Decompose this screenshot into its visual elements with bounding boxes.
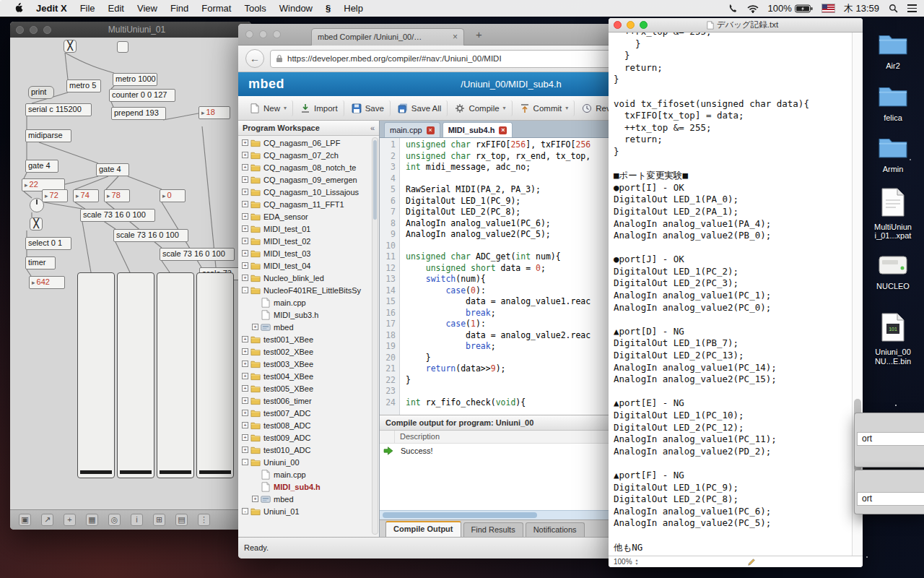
max-box-0[interactable]: ▸0 [160,189,186,202]
max-box-scale-73-16-0-100[interactable]: scale 73 16 0 100 [160,248,235,261]
new-object-icon[interactable]: + [64,514,76,526]
text-line-14[interactable]: ●port[I] - OK [614,182,852,194]
max-box-slider-1[interactable] [77,272,115,478]
tree-expander[interactable]: + [242,152,248,158]
max-box-prepend-193[interactable]: prepend 193 [111,107,166,120]
tree-expander[interactable]: + [242,275,248,281]
browser-tab[interactable]: mbed Compiler /Uniuni_00/… × [311,28,464,46]
textedit-window-controls[interactable] [614,21,648,29]
tree-expander[interactable]: + [242,397,248,404]
tree-expander[interactable]: - [242,508,248,514]
add-icon[interactable]: ⊞ [153,514,165,526]
text-line-34[interactable]: DigitalOut LED_2(PC_12); [614,422,852,434]
tree-item-test009-adc[interactable]: +test009_ADC [238,431,379,444]
minimize-button[interactable] [259,30,267,38]
menu-view[interactable]: View [131,3,164,14]
new-tab-button[interactable]: + [471,28,487,40]
tree-expander[interactable]: + [242,373,248,379]
text-line-29[interactable]: AnalogIn analog_value1(PC_14); [614,362,852,374]
tree-item-test003-xbee[interactable]: +test003_XBee [238,358,379,370]
desktop-icon-multiuniun-i-01-xpat[interactable]: MultiUniuni_01...xpat [864,187,922,241]
text-line-6[interactable] [614,86,852,98]
text-line-24[interactable]: AnalogIn analog_value2(PC_0); [614,302,852,314]
tree-item-eda-sensor[interactable]: +EDA_sensor [238,210,379,223]
text-line-19[interactable] [614,242,852,254]
text-line-31[interactable] [614,386,852,398]
text-line-7[interactable]: void tx_fifoset(unsigned char data){ [614,98,852,111]
tree-expander[interactable]: + [242,250,248,256]
lock-icon[interactable]: ▣ [19,514,31,526]
max-box-scale-73-16-0-100[interactable]: scale 73 16 0 100 [80,209,155,222]
url-field[interactable]: https://developer.mbed.org/compiler/#nav… [270,50,642,68]
tree-item-test001-xbee[interactable]: +test001_XBee [238,333,379,345]
tree-expander[interactable]: + [242,348,248,355]
max-box-scale-73-16-0-100[interactable]: scale 73 16 0 100 [113,229,188,242]
text-line-38[interactable]: ▲port[F] - NG [614,470,852,482]
tree-expander[interactable]: + [242,410,248,416]
text-line-20[interactable]: ●port[J] - OK [614,254,852,266]
max-box-slider-4[interactable] [196,272,234,478]
text-line-15[interactable]: DigitalOut LED_1(PA_0); [614,194,852,206]
slider-thumb[interactable] [120,470,152,474]
text-line-5[interactable]: } [614,74,852,86]
tree-expander[interactable]: + [242,189,248,195]
menu-clock[interactable]: 木 13:59 [844,2,879,15]
text-line-16[interactable]: DigitalOut LED_2(PA_1); [614,206,852,218]
desktop-icon-felica[interactable]: felica [864,84,922,123]
tree-item-mbed[interactable]: +mbed [238,493,379,505]
toolbar-compile[interactable]: Compile▾ [449,100,512,116]
tree-expander[interactable]: + [242,213,248,220]
layout-icon[interactable]: ▤ [175,514,188,526]
tree-expander[interactable]: - [242,459,248,465]
max-box-counter-0-0-127[interactable]: counter 0 0 127 [109,89,175,102]
tree-item-midi-sub3-h[interactable]: MIDI_sub3.h [238,309,379,321]
tree-expander[interactable]: + [242,201,248,207]
background-window-b-field[interactable]: ort [857,492,924,506]
tree-item-midi-test-01[interactable]: +MIDI_test_01 [238,223,379,235]
text-line-4[interactable]: return; [614,62,852,74]
background-window-b[interactable]: ort [854,470,924,514]
tree-expander[interactable]: + [242,139,248,146]
zoom-button[interactable] [273,30,281,38]
max-window-controls[interactable] [16,26,51,34]
tree-item-midi-sub4-h[interactable]: MIDI_sub4.h [238,480,379,493]
max-box-toggle-1[interactable]: ╳ [64,40,77,53]
tree-expander[interactable]: + [242,361,248,367]
notification-center-icon[interactable] [907,4,917,12]
tree-item-test010-adc[interactable]: +test010_ADC [238,444,379,456]
tree-item-cq-nagasm-10-lissajous[interactable]: +CQ_nagasm_10_Lissajous [238,186,379,198]
tree-item-main-cpp[interactable]: main.cpp [238,296,379,309]
tree-item-midi-test-04[interactable]: +MIDI_test_04 [238,259,379,272]
menu-tools[interactable]: Tools [237,3,272,14]
tree-item-mbed[interactable]: +mbed [238,321,379,333]
text-line-37[interactable] [614,457,852,470]
text-line-13[interactable]: ■ポート変更実験■ [614,170,852,182]
close-button[interactable] [16,26,24,34]
app-menu[interactable]: Jedit X [30,3,74,14]
max-box-slider-3[interactable] [157,272,194,478]
zoom-level[interactable]: 100% [614,558,632,566]
zoom-stepper[interactable]: ▲▼ [635,558,639,565]
edit-mode-pencil-icon[interactable] [747,558,756,566]
more-icon[interactable]: ⋮ [198,514,210,526]
tree-expander[interactable]: + [252,324,258,330]
desktop-icon-air2[interactable]: Air2 [864,32,922,71]
slider-thumb[interactable] [160,470,191,474]
max-box-642[interactable]: ▸642 [29,276,65,289]
tab-close-icon[interactable]: × [427,126,435,134]
text-line-3[interactable]: } [614,50,852,62]
desktop-icon-uniuni-00-nu-e-bin[interactable]: 101Uniuni_00NU...E.bin [864,312,922,366]
toolbar-import[interactable]: Import [295,100,344,116]
tree-item-cq-nagasm-07-2ch[interactable]: +CQ_nagasm_07_2ch [238,149,379,161]
text-line-26[interactable]: ▲port[D] - NG [614,326,852,338]
tree-item-test008-adc[interactable]: +test008_ADC [238,419,379,431]
max-box-print[interactable]: print [28,86,54,99]
menu-window[interactable]: Window [273,3,319,14]
text-line-32[interactable]: ▲port[E] - NG [614,397,852,410]
max-box-metro-5[interactable]: metro 5 [66,79,101,92]
max-box-slider-2[interactable] [117,272,154,478]
toolbar-save-all[interactable]: Save All [392,100,448,116]
spotlight-icon[interactable] [889,4,898,13]
zoom-button[interactable] [43,26,51,34]
close-button[interactable] [614,21,622,29]
